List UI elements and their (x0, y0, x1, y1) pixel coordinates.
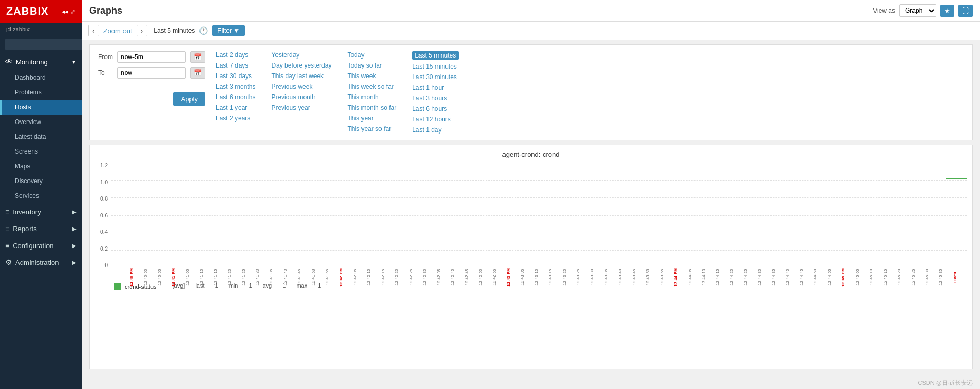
fullscreen-button[interactable]: ⛶ (958, 5, 973, 17)
expand-icon[interactable]: ⤢ (70, 8, 75, 15)
quick-link-this-year-so-far[interactable]: This year so far (347, 125, 396, 132)
quick-link-last-3-months[interactable]: Last 3 months (216, 83, 255, 90)
from-input[interactable] (117, 51, 186, 63)
time-prev-button[interactable]: ‹ (88, 25, 99, 36)
x-label: 12:43:45 (632, 268, 646, 287)
to-calendar-button[interactable]: 📅 (190, 67, 205, 79)
quick-link-last-30-minutes[interactable]: Last 30 minutes (412, 73, 459, 81)
graph-grid-lines (111, 163, 967, 268)
quick-link-last-30-days[interactable]: Last 30 days (216, 72, 255, 80)
sidebar-item-discovery[interactable]: Discovery (0, 174, 82, 188)
quick-link-today[interactable]: Today (347, 51, 396, 59)
quick-link-last-7-days[interactable]: Last 7 days (216, 62, 255, 69)
apply-button[interactable]: Apply (173, 92, 205, 106)
quick-links-col1: Last 2 daysLast 7 daysLast 30 daysLast 3… (216, 51, 255, 134)
sidebar-logo: ZABBIX ◂◂ ⤢ (0, 0, 82, 23)
x-label: 12:42:15 (381, 268, 395, 287)
quick-link-this-day-last-week[interactable]: This day last week (271, 72, 331, 80)
sidebar-section-administration[interactable]: ⚙ Administration ▶ (0, 254, 82, 271)
quick-link-this-week-so-far[interactable]: This week so far (347, 83, 396, 90)
y-label: 0.4 (100, 229, 108, 235)
zoom-out-button[interactable]: Zoom out (103, 27, 132, 35)
x-label: 12:43:15 (548, 268, 562, 287)
from-calendar-button[interactable]: 📅 (190, 51, 205, 63)
sidebar-item-screens[interactable]: Screens (0, 144, 82, 159)
quick-link-day-before-yesterday[interactable]: Day before yesterday (271, 62, 331, 69)
x-label: 12:43:50 (646, 268, 660, 287)
sidebar-item-latest-data[interactable]: Latest data (0, 129, 82, 144)
x-label: 12:42:25 (409, 268, 423, 287)
star-button[interactable]: ★ (940, 5, 954, 17)
nav-arrow-administration: ▶ (72, 260, 77, 265)
nav-icon-configuration: ≡ (5, 241, 9, 250)
sidebar-item-hosts[interactable]: Hosts (0, 100, 82, 115)
nav-icon-inventory: ≡ (5, 207, 9, 216)
x-label: 12:41:20 (227, 268, 241, 287)
quick-link-last-1-day[interactable]: Last 1 day (412, 126, 459, 134)
nav-label-inventory: Inventory (13, 208, 41, 216)
quick-link-last-2-years[interactable]: Last 2 years (216, 115, 255, 122)
view-as-select[interactable]: Graph Values (899, 4, 936, 17)
logo-icons: ◂◂ ⤢ (62, 8, 75, 15)
from-label: From (98, 53, 113, 61)
sidebar-item-problems[interactable]: Problems (0, 85, 82, 100)
filter-button[interactable]: Filter ▼ (212, 25, 245, 36)
sidebar-item-dashboard[interactable]: Dashboard (0, 70, 82, 85)
time-next-button[interactable]: › (137, 25, 148, 36)
x-label: 12:44 PM (674, 268, 688, 287)
quick-link-yesterday[interactable]: Yesterday (271, 51, 331, 59)
nav-arrow-inventory: ▶ (72, 209, 77, 215)
nav-label-monitoring: Monitoring (16, 58, 48, 66)
quick-link-this-month-so-far[interactable]: This month so far (347, 104, 396, 111)
sidebar-section-configuration[interactable]: ≡ Configuration ▶ (0, 237, 82, 254)
x-label: 12:45:35 (939, 268, 953, 287)
timebar: ‹ Zoom out › Last 5 minutes 🕐 Filter ▼ (82, 22, 980, 40)
sidebar-section-monitoring[interactable]: 👁 Monitoring ▼ (0, 53, 82, 70)
sidebar-username: jd-zabbix (0, 23, 82, 35)
quick-link-this-year[interactable]: This year (347, 115, 396, 122)
quick-link-this-week[interactable]: This week (347, 72, 396, 80)
y-label: 1.2 (100, 163, 108, 168)
date-panel: From 📅 To 📅 Apply Last 2 daysLast 7 days… (89, 44, 973, 140)
quick-link-last-3-hours[interactable]: Last 3 hours (412, 94, 459, 102)
search-input[interactable] (5, 39, 82, 50)
quick-link-last-2-days[interactable]: Last 2 days (216, 51, 255, 59)
quick-link-last-6-hours[interactable]: Last 6 hours (412, 105, 459, 112)
sidebar-section-inventory[interactable]: ≡ Inventory ▶ (0, 203, 82, 220)
x-label: 12:44:35 (772, 268, 785, 287)
quick-link-last-1-year[interactable]: Last 1 year (216, 104, 255, 111)
quick-link-last-6-months[interactable]: Last 6 months (216, 93, 255, 101)
quick-link-last-5-minutes[interactable]: Last 5 minutes (412, 51, 459, 60)
x-label: 12:43:05 (520, 268, 534, 287)
quick-link-last-15-minutes[interactable]: Last 15 minutes (412, 63, 459, 70)
sidebar-item-overview[interactable]: Overview (0, 115, 82, 129)
x-label: 12:45 PM (841, 268, 855, 287)
quick-link-previous-month[interactable]: Previous month (271, 93, 331, 101)
grid-line (111, 180, 967, 181)
to-input[interactable] (117, 67, 186, 79)
sidebar-item-maps[interactable]: Maps (0, 159, 82, 174)
x-label: 12:42:20 (395, 268, 408, 287)
footer: CSDN @日·近长安远 (82, 377, 980, 389)
quick-link-previous-year[interactable]: Previous year (271, 104, 331, 111)
quick-link-last-12-hours[interactable]: Last 12 hours (412, 116, 459, 123)
sidebar-section-reports[interactable]: ≡ Reports ▶ (0, 220, 82, 237)
x-label: 12:45:05 (855, 268, 869, 287)
quick-link-previous-week[interactable]: Previous week (271, 83, 331, 90)
date-from-to: From 📅 To 📅 Apply (98, 51, 205, 106)
x-label: 12:42:10 (367, 268, 380, 287)
x-label: 12:42 PM (339, 268, 353, 287)
x-label: 12:45:20 (897, 268, 911, 287)
quick-link-today-so-far[interactable]: Today so far (347, 62, 396, 69)
quick-link-this-month[interactable]: This month (347, 93, 396, 101)
logo-text: ZABBIX (6, 5, 49, 17)
quick-link-last-1-hour[interactable]: Last 1 hour (412, 84, 459, 91)
x-label: 12:42:05 (353, 268, 367, 287)
x-label: 12:41:50 (311, 268, 325, 287)
sidebar-item-services[interactable]: Services (0, 188, 82, 203)
x-label: 12:45:10 (869, 268, 883, 287)
collapse-icon[interactable]: ◂◂ (62, 8, 68, 15)
x-label: 12:44:45 (800, 268, 813, 287)
x-label: 12:43:55 (660, 268, 674, 287)
x-label: 12:42:50 (479, 268, 492, 287)
